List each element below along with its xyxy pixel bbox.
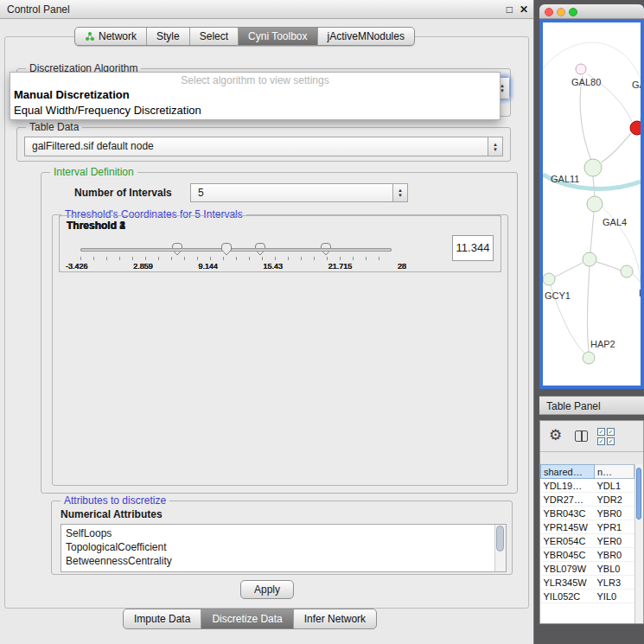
network-node-label: GCY1 [545, 290, 571, 301]
top-tab-label: Network [99, 30, 137, 42]
control-panel-window: Control Panel □ ✕ Network Style Select [0, 0, 534, 644]
network-node[interactable] [621, 265, 633, 277]
slider-tick-labels: -3.426 2.859 9.144 15.43 21.715 28 [66, 262, 406, 271]
table-row[interactable]: YDL19… YDL1 [541, 479, 634, 493]
interval-definition-group-title: Interval Definition [50, 166, 137, 178]
minimize-traffic-light-icon[interactable] [557, 8, 565, 16]
scrollbar-thumb[interactable] [496, 526, 504, 552]
top-tab[interactable]: Style [146, 28, 189, 45]
numerical-attribute-item[interactable]: SelfLoops [66, 526, 501, 540]
cyni-toolbox-panel: Discretization Algorithm ▲ ▼ Select algo… [4, 36, 529, 609]
table-data-select[interactable]: galFiltered.sif default node ▲ ▼ [24, 137, 503, 156]
slider-tick-label: 21.715 [328, 262, 353, 271]
cell-shared-name: YDL19… [541, 479, 595, 493]
network-node[interactable] [584, 159, 602, 176]
bottom-tab[interactable]: Impute Data [124, 609, 201, 628]
window-title: Control Panel [7, 3, 70, 16]
numerical-attribute-item[interactable]: TopologicalCoefficient [66, 540, 501, 554]
network-node[interactable] [583, 352, 595, 364]
network-icon [85, 31, 95, 41]
top-tab-label: Style [156, 30, 180, 42]
table-row[interactable]: YPR145W YPR1 [541, 520, 634, 534]
cell-shared-name: YDR27… [541, 493, 595, 507]
bottom-tab[interactable]: Infer Network [293, 609, 376, 628]
cell-shared-name: YPR145W [541, 520, 595, 534]
select-columns-checkboxes-icon[interactable]: ✓ ✓ ✓ ✓ [597, 428, 618, 445]
checkbox-icon: ✓ [597, 428, 605, 436]
table-row[interactable]: YBR045C YBR0 [541, 548, 634, 562]
network-node[interactable] [543, 273, 555, 285]
cell-name: YPR1 [595, 520, 634, 534]
cell-shared-name: YIL052C [541, 590, 595, 603]
numerical-attributes-label: Numerical Attributes [61, 508, 163, 520]
cell-name: YIL0 [595, 590, 634, 603]
table-row[interactable]: YBR043C YBR0 [541, 507, 634, 520]
column-header-name[interactable]: n… [595, 465, 634, 479]
slider-tick-label: -3.426 [66, 262, 88, 271]
network-node[interactable] [583, 252, 596, 266]
column-header-shared-name[interactable]: shared… [541, 465, 595, 479]
stepper-down-icon: ▼ [493, 147, 498, 152]
cell-name: YLR3 [595, 576, 634, 590]
thresholds-group: Threshold's Coordinates for 5 Intervals … [52, 214, 508, 486]
checkbox-icon: ✓ [607, 428, 615, 436]
threshold-label: Threshold 4 [67, 220, 125, 232]
table-row[interactable]: YLR345W YLR3 [541, 576, 634, 590]
algorithm-dropdown-popup: Select algorithm to view settings Manual… [10, 72, 501, 120]
close-icon[interactable]: ✕ [520, 3, 528, 16]
slider-tick-label: 15.43 [264, 262, 284, 271]
network-node-label: GAL80 [571, 77, 601, 87]
network-canvas-frame: GAL80GAGAL11GAL4GCY1HHAP2 [539, 19, 644, 389]
cell-name: YBR0 [595, 548, 634, 562]
numerical-attribute-item[interactable]: BetweennessCentrality [66, 554, 501, 568]
top-tab-label: jActiveMNodules [328, 30, 405, 42]
close-traffic-light-icon[interactable] [545, 8, 553, 16]
table-data-group-title: Table Data [26, 121, 82, 133]
number-of-intervals-select[interactable]: 5 ▲ ▼ [190, 183, 408, 202]
threshold-panel: Threshold 4 11.344 -3.426 2.859 9.144 15… [59, 215, 501, 272]
top-tab[interactable]: Cyni Toolbox [238, 28, 316, 45]
network-node[interactable] [576, 64, 586, 74]
combo-stepper[interactable]: ▲ ▼ [392, 184, 407, 201]
threshold-value-field[interactable]: 11.344 [452, 235, 494, 261]
table-toolbar: ⚙ ✓ ✓ ✓ ✓ [540, 421, 643, 452]
network-canvas[interactable]: GAL80GAGAL11GAL4GCY1HHAP2 [543, 22, 641, 386]
network-window-titlebar [539, 4, 644, 19]
table-panel-window: ⚙ ✓ ✓ ✓ ✓ shared… n… YDL19… YDL1 [539, 420, 644, 624]
network-node-label: GAL4 [603, 217, 627, 227]
combo-stepper[interactable]: ▲ ▼ [488, 137, 502, 156]
network-node-label: H [639, 288, 641, 298]
cell-shared-name: YLR345W [541, 576, 595, 590]
table-row[interactable]: YIL052C YIL0 [541, 590, 634, 603]
bottom-tab[interactable]: Discretize Data [201, 609, 292, 628]
algorithm-option[interactable]: Equal Width/Frequency Discretization [10, 103, 500, 118]
top-tab[interactable]: Network [75, 28, 146, 45]
slider-tick-label: 28 [398, 262, 406, 271]
cell-name: YBL0 [595, 562, 634, 576]
top-tab[interactable]: jActiveMNodules [317, 28, 414, 45]
attributes-list-scrollbar[interactable] [494, 525, 506, 571]
top-tab[interactable]: Select [189, 28, 238, 45]
table-row[interactable]: YBL079W YBL0 [541, 562, 634, 576]
apply-button[interactable]: Apply [240, 580, 294, 599]
network-node[interactable] [587, 196, 603, 212]
cell-name: YDR2 [595, 493, 634, 507]
float-window-icon[interactable]: □ [507, 3, 513, 16]
algorithm-option[interactable]: Manual Discretization [10, 87, 500, 103]
table-scrollbar[interactable] [634, 464, 643, 623]
cell-name: YER0 [595, 534, 634, 548]
slider-tick-label: 9.144 [198, 262, 218, 271]
zoom-traffic-light-icon[interactable] [569, 8, 577, 16]
threshold-slider-track[interactable] [80, 248, 392, 252]
table-row[interactable]: YDR27… YDR2 [541, 493, 634, 507]
threshold-slider-thumb[interactable] [220, 242, 233, 256]
threshold-slider: -3.426 2.859 9.144 15.43 21.715 28 [80, 240, 392, 273]
table-row[interactable]: YER054C YER0 [541, 534, 634, 548]
gear-icon[interactable]: ⚙ [549, 426, 562, 444]
top-tab-bar: Network Style Select Cyni Toolbox jActiv… [74, 27, 415, 46]
scrollbar-thumb[interactable] [636, 468, 641, 520]
columns-icon[interactable] [575, 430, 588, 442]
network-node[interactable] [630, 121, 641, 135]
cell-shared-name: YBR045C [541, 548, 595, 562]
network-node-label: HAP2 [590, 339, 615, 349]
